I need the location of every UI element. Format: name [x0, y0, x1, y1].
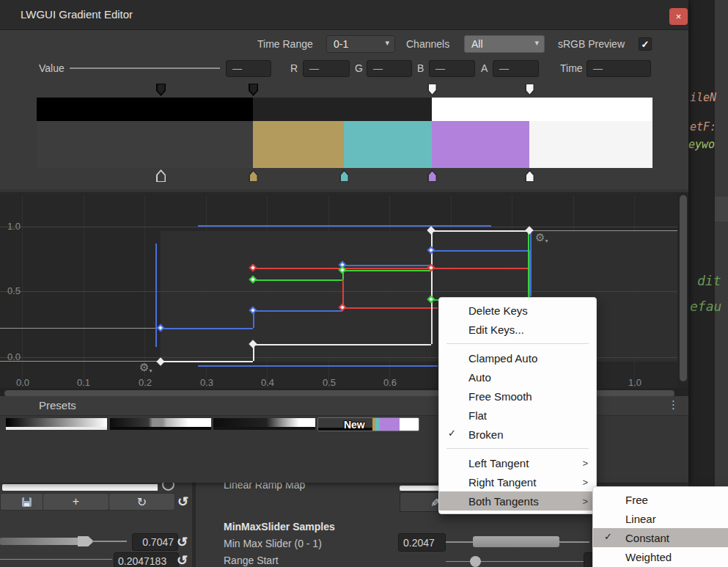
srgb-preview-label: sRGB Preview	[558, 38, 625, 50]
value1-slider-rail[interactable]	[92, 541, 127, 542]
value2-field[interactable]: 0.2047183	[114, 552, 179, 567]
tangent-submenu: FreeLinear✓ConstantWeighted	[592, 486, 728, 567]
refresh-ramp-button[interactable]: ↻	[109, 493, 175, 511]
value2-slider-rail[interactable]	[0, 559, 112, 560]
curve-segment-blue	[198, 365, 438, 367]
curve-segment-red	[253, 268, 528, 269]
gear-icon[interactable]: ⚙▾	[535, 231, 548, 244]
preset-swatch-alpha	[110, 427, 211, 430]
context-menu-item-right-tangent[interactable]: Right Tangent>	[439, 472, 596, 491]
color-key-marker[interactable]	[339, 169, 349, 182]
color-key-marker[interactable]	[427, 169, 437, 182]
undo-button-top[interactable]: ↺	[177, 494, 188, 510]
value3-field[interactable]: 0.2047	[398, 533, 446, 552]
time-range-value: 0-1	[334, 38, 348, 50]
submenu-item-constant[interactable]: ✓Constant	[593, 528, 728, 547]
alpha-gradient-segment	[37, 98, 253, 121]
alpha-gradient-segment	[432, 98, 652, 121]
context-menu-item-edit-keys[interactable]: Edit Keys...	[439, 320, 596, 339]
color-key-marker[interactable]	[156, 169, 166, 182]
submenu-item-weighted[interactable]: Weighted	[593, 547, 728, 566]
channels-dropdown[interactable]: All ▾	[464, 35, 545, 53]
alpha-key-marker[interactable]	[156, 84, 166, 96]
color-key-marker[interactable]	[525, 169, 534, 182]
context-menu-item-free-smooth[interactable]: Free Smooth	[439, 387, 596, 406]
undo-button-value1[interactable]: ↺	[177, 534, 188, 550]
menu-item-label: Linear	[625, 513, 656, 525]
channels-value: All	[471, 38, 483, 50]
submenu-arrow-icon: >	[582, 477, 588, 488]
undo-button-value2[interactable]: ↺	[177, 552, 188, 567]
time-range-dropdown[interactable]: 0-1 ▾	[326, 35, 395, 53]
menu-item-label: Edit Keys...	[468, 323, 524, 336]
chevron-down-icon: ▾	[534, 38, 539, 48]
channels-label: Channels	[406, 38, 449, 50]
y-axis-tick-label: 1.0	[7, 221, 21, 232]
value1-slider-track[interactable]	[0, 538, 81, 545]
range-start-label: Range Start	[224, 555, 279, 566]
curve-segment-green	[253, 279, 342, 281]
submenu-arrow-icon: >	[582, 458, 588, 469]
gradient-color-strip[interactable]	[0, 121, 688, 168]
curve-key-center	[251, 266, 255, 270]
gear-icon[interactable]: ⚙▾	[139, 361, 152, 374]
srgb-preview-checkbox[interactable]: ✓	[639, 37, 652, 51]
vertical-scrollbar-thumb[interactable]	[680, 195, 687, 381]
minmax-range-bar[interactable]	[473, 536, 559, 547]
context-menu: Delete KeysEdit Keys...Clamped AutoAutoF…	[438, 297, 597, 514]
code-text: eywo	[688, 138, 715, 151]
value1-field[interactable]: 0.7047	[132, 533, 178, 551]
b-field[interactable]: —	[429, 60, 475, 77]
alpha-key-marker[interactable]	[249, 84, 258, 96]
gradient-alpha-strip[interactable]	[0, 98, 688, 121]
menu-item-label: Free Smooth	[468, 390, 532, 403]
ramp-preview-bar[interactable]	[2, 484, 158, 491]
context-menu-item-flat[interactable]: Flat	[439, 406, 596, 425]
code-text: efau	[690, 299, 721, 314]
time-field[interactable]: —	[587, 60, 651, 77]
range-start-rail[interactable]	[446, 561, 587, 562]
curve-segment-green	[342, 270, 431, 271]
menu-item-label: Flat	[468, 409, 487, 422]
submenu-item-free[interactable]: Free	[593, 490, 728, 509]
submenu-item-linear[interactable]: Linear	[593, 509, 728, 528]
context-menu-item-left-tangent[interactable]: Left Tangent>	[439, 453, 596, 472]
color-key-marker-fill	[429, 172, 436, 182]
submenu-arrow-icon: >	[582, 496, 588, 507]
preset-swatch-gradient	[110, 418, 211, 427]
context-menu-item-both-tangents[interactable]: Both Tangents>	[439, 491, 596, 511]
r-field[interactable]: —	[303, 60, 350, 77]
curve-segment-blue	[530, 232, 532, 296]
save-icon	[22, 497, 32, 507]
value1-slider-thumb[interactable]	[78, 536, 94, 546]
context-menu-item-auto[interactable]: Auto	[439, 367, 596, 387]
g-field[interactable]: —	[367, 60, 412, 77]
value-slider[interactable]	[70, 67, 220, 69]
g-label: G	[355, 62, 363, 74]
preset-swatch[interactable]	[110, 418, 211, 430]
curve-segment-blue	[198, 225, 491, 227]
curve-segment-white	[253, 344, 431, 345]
close-button[interactable]: ×	[669, 8, 688, 25]
presets-label: Presets	[39, 399, 76, 411]
alpha-key-marker[interactable]	[427, 84, 437, 96]
x-axis-tick-label: 0.2	[136, 377, 155, 388]
preset-swatch[interactable]	[6, 418, 107, 430]
color-key-marker[interactable]	[249, 169, 258, 182]
menu-item-label: Delete Keys	[468, 304, 528, 317]
kebab-menu-icon[interactable]: ⋮	[668, 398, 679, 411]
alpha-key-marker-fill	[429, 84, 436, 95]
range-start-thumb[interactable]	[470, 556, 481, 567]
context-menu-item-delete-keys[interactable]: Delete Keys	[439, 301, 596, 320]
context-menu-item-clamped-auto[interactable]: Clamped Auto	[439, 348, 596, 367]
value-field[interactable]: —	[226, 60, 271, 77]
alpha-key-marker[interactable]	[525, 84, 534, 96]
menu-item-label: Weighted	[625, 551, 672, 563]
new-preset-button[interactable]: New	[317, 417, 419, 431]
context-menu-item-broken[interactable]: ✓Broken	[439, 425, 596, 444]
color-gradient-segment	[344, 121, 432, 168]
curve-segment-dim	[529, 230, 677, 231]
a-field[interactable]: —	[493, 60, 539, 77]
add-ramp-button[interactable]: +	[43, 493, 109, 511]
preset-swatch[interactable]	[213, 418, 315, 430]
